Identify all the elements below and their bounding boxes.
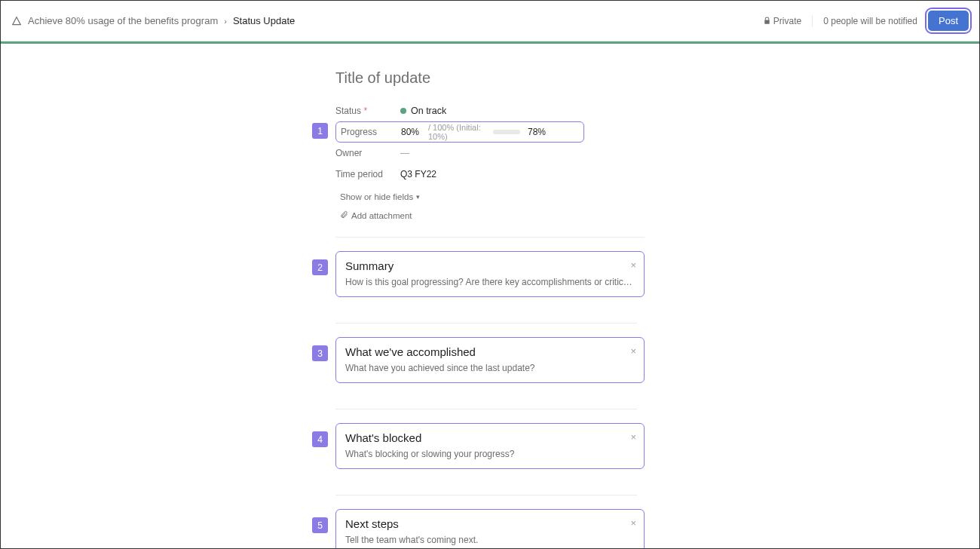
lock-icon <box>763 16 771 26</box>
status-field[interactable]: Status * On track <box>335 100 645 121</box>
section-title: What's blocked <box>345 431 635 444</box>
owner-field[interactable]: Owner — <box>335 143 645 164</box>
add-attachment-button[interactable]: Add attachment <box>335 207 417 223</box>
breadcrumb-goal[interactable]: Achieve 80% usage of the benefits progra… <box>28 15 218 26</box>
section-title: What we've accomplished <box>345 345 635 358</box>
show-hide-fields-button[interactable]: Show or hide fields ▾ <box>335 189 424 204</box>
callout-badge-1: 1 <box>312 123 328 139</box>
section-title: Summary <box>345 259 635 272</box>
notify-count[interactable]: 0 people will be notified <box>823 16 917 26</box>
callout-badge-3: 3 <box>312 345 328 361</box>
callout-badge-4: 4 <box>312 431 328 447</box>
privacy-indicator[interactable]: Private <box>763 16 802 26</box>
chevron-right-icon: › <box>224 17 227 26</box>
divider <box>812 15 813 27</box>
close-icon[interactable]: × <box>630 259 636 271</box>
goal-icon <box>11 16 22 26</box>
callout-badge-5: 5 <box>312 517 328 533</box>
summary-section[interactable]: 2 Summary How is this goal progressing? … <box>335 251 645 297</box>
close-icon[interactable]: × <box>630 431 636 443</box>
next-steps-section[interactable]: 5 Next steps Tell the team what's coming… <box>335 509 645 549</box>
section-placeholder: What have you achieved since the last up… <box>345 363 635 373</box>
breadcrumb-current: Status Update <box>233 15 295 26</box>
section-placeholder: Tell the team what's coming next. <box>345 535 635 545</box>
section-placeholder: How is this goal progressing? Are there … <box>345 277 635 287</box>
header: Achieve 80% usage of the benefits progra… <box>1 1 979 41</box>
breadcrumb: Achieve 80% usage of the benefits progra… <box>11 15 295 26</box>
callout-badge-2: 2 <box>312 259 328 275</box>
accomplished-section[interactable]: 3 What we've accomplished What have you … <box>335 337 645 383</box>
status-dot-icon <box>400 108 406 114</box>
section-placeholder: What's blocking or slowing your progress… <box>345 449 635 459</box>
close-icon[interactable]: × <box>630 517 636 529</box>
progress-bar <box>493 130 520 134</box>
progress-field[interactable]: 1 Progress 80% / 100% (Initial: 10%) 78% <box>335 121 584 143</box>
blocked-section[interactable]: 4 What's blocked What's blocking or slow… <box>335 423 645 469</box>
attachment-icon <box>340 210 348 220</box>
section-title: Next steps <box>345 517 635 530</box>
post-button[interactable]: Post <box>928 11 969 31</box>
close-icon[interactable]: × <box>630 345 636 357</box>
chevron-down-icon: ▾ <box>416 193 420 201</box>
time-period-field[interactable]: Time period Q3 FY22 <box>335 164 645 185</box>
update-title-input[interactable]: Title of update <box>335 69 645 87</box>
